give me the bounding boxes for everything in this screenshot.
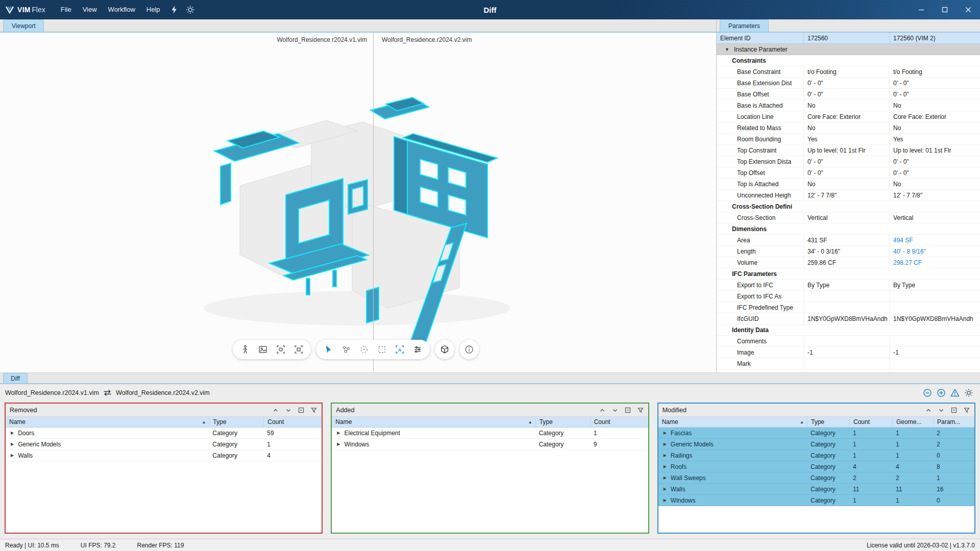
modified-column-header-geome[interactable]: Geome... <box>892 417 933 427</box>
tab-viewport[interactable]: Viewport <box>3 19 44 32</box>
added-collapse-all-icon[interactable] <box>624 407 631 414</box>
select-cursor-icon[interactable] <box>323 344 333 355</box>
parameter-row-ifc-predefined-type[interactable]: IFC Predefined Type <box>717 302 980 313</box>
expand-row-icon[interactable]: ▶ <box>337 428 340 438</box>
tab-diff[interactable]: Diff <box>3 373 28 383</box>
removed-collapse-up-icon[interactable] <box>272 407 279 414</box>
modified-column-header-count[interactable]: Count <box>849 417 892 427</box>
removed-row-generic-models[interactable]: ▶Generic ModelsCategory1 <box>6 439 322 450</box>
expand-row-icon[interactable]: ▶ <box>337 439 340 449</box>
removed-column-header-name[interactable]: Name▲ <box>6 417 209 427</box>
expand-row-icon[interactable]: ▶ <box>664 495 667 506</box>
walk-mode-icon[interactable] <box>240 344 250 355</box>
parameter-row-unconnected-heigh[interactable]: Unconnected Heigh12' - 7 7/8"12' - 7 7/8… <box>717 190 980 201</box>
modified-collapse-up-icon[interactable] <box>925 407 932 414</box>
parameter-row-location-line[interactable]: Location LineCore Face: ExteriorCore Fac… <box>717 111 980 122</box>
parameter-section-dimensions[interactable]: Dimensions <box>717 223 980 235</box>
parameter-row-volume[interactable]: Volume259.86 CF298.27 CF <box>717 257 980 268</box>
added-filter-icon[interactable] <box>637 407 644 414</box>
added-expand-down-icon[interactable] <box>611 407 619 414</box>
info-icon[interactable] <box>464 344 474 355</box>
parameter-row-top-offset[interactable]: Top Offset0' - 0"0' - 0" <box>717 167 980 179</box>
parameter-section-cross-section-defini[interactable]: Cross-Section Defini <box>717 201 980 212</box>
parameter-row-top-constraint[interactable]: Top ConstraintUp to level: 01 1st FlrUp … <box>717 145 980 156</box>
added-row-windows[interactable]: ▶WindowsCategory9 <box>332 439 648 450</box>
diff-settings-gear-icon[interactable] <box>964 388 974 398</box>
parameter-row-comments[interactable]: Comments <box>717 336 980 347</box>
modified-column-header-type[interactable]: Type <box>807 417 849 427</box>
toggle-removed-icon[interactable] <box>922 388 933 398</box>
parameter-row-base-constraint[interactable]: Base Constraintt/o Footingt/o Footing <box>717 66 980 78</box>
menu-help[interactable]: Help <box>141 0 165 19</box>
image-capture-icon[interactable] <box>258 344 268 355</box>
expand-row-icon[interactable]: ▶ <box>664 450 667 461</box>
expand-row-icon[interactable]: ▶ <box>664 439 667 449</box>
modified-row-roofs[interactable]: ▶RoofsCategory448 <box>658 461 974 472</box>
modified-row-fascias[interactable]: ▶FasciasCategory112 <box>658 428 974 439</box>
parameter-row-top-extension-dista[interactable]: Top Extension Dista0' - 0"0' - 0" <box>717 156 980 167</box>
expand-row-icon[interactable]: ▶ <box>11 439 14 449</box>
modified-row-walls[interactable]: ▶WallsCategory111116 <box>658 484 974 495</box>
modified-row-generic-models[interactable]: ▶Generic ModelsCategory112 <box>658 439 974 450</box>
box-select-icon[interactable] <box>377 344 387 355</box>
parameter-row-area[interactable]: Area431 SF494 SF <box>717 235 980 246</box>
viewport-canvas[interactable]: Wolford_Residence.r2024.v1.vim Wolford_R… <box>0 33 716 371</box>
removed-filter-icon[interactable] <box>310 407 317 414</box>
modified-filter-icon[interactable] <box>963 407 970 414</box>
expand-row-icon[interactable]: ▶ <box>664 484 667 494</box>
expand-row-icon[interactable]: ▶ <box>11 450 14 461</box>
frame-select-a-icon[interactable]: A <box>395 344 405 355</box>
minimize-button[interactable] <box>910 0 933 19</box>
added-column-header-type[interactable]: Type <box>535 417 590 427</box>
modified-expand-down-icon[interactable] <box>938 407 945 414</box>
maximize-button[interactable] <box>933 0 957 19</box>
added-collapse-up-icon[interactable] <box>599 407 606 414</box>
removed-column-header-count[interactable]: Count <box>263 417 322 427</box>
parameter-row-base-extension-dist[interactable]: Base Extension Dist0' - 0"0' - 0" <box>717 78 980 89</box>
added-column-header-count[interactable]: Count <box>590 417 648 427</box>
focus-camera-icon[interactable] <box>276 344 286 355</box>
added-column-header-name[interactable]: Name▲ <box>332 417 535 427</box>
expand-row-icon[interactable]: ▶ <box>664 472 667 483</box>
parameter-row-image[interactable]: Image-1-1 <box>717 347 980 358</box>
expand-row-icon[interactable]: ▶ <box>664 461 667 472</box>
parameter-row-room-bounding[interactable]: Room BoundingYesYes <box>717 134 980 145</box>
instance-parameter-group-row[interactable]: ▼ Instance Parameter <box>717 44 980 55</box>
removed-collapse-all-icon[interactable] <box>298 407 305 414</box>
parameter-section-identity-data[interactable]: Identity Data <box>717 324 980 336</box>
toggle-added-icon[interactable] <box>936 388 946 398</box>
parameter-section-constraints[interactable]: Constraints <box>717 55 980 66</box>
parameter-row-export-to-ifc-as[interactable]: Export to IFC As <box>717 291 980 302</box>
parameter-row-length[interactable]: Length34' - 0 3/16"40' - 8 9/16" <box>717 246 980 257</box>
linked-select-icon[interactable] <box>341 344 351 355</box>
parameter-row-export-to-ifc[interactable]: Export to IFCBy TypeBy Type <box>717 280 980 291</box>
modified-column-header-param[interactable]: Param... <box>933 417 974 427</box>
cube-icon[interactable] <box>439 344 450 355</box>
tab-parameters[interactable]: Parameters <box>720 19 769 32</box>
parameter-row-ifcguid[interactable]: IfcGUID1N$Y0GpWXD8BmVHaAndh1N$Y0GpWXD8Bm… <box>717 313 980 324</box>
parameter-row-mark[interactable]: Mark <box>717 358 980 369</box>
parameter-section-ifc-parameters[interactable]: IFC Parameters <box>717 268 980 280</box>
parameter-row-related-to-mass[interactable]: Related to MassNoNo <box>717 122 980 134</box>
menu-view[interactable]: View <box>78 0 102 19</box>
menu-file[interactable]: File <box>56 0 77 19</box>
parameter-row-base-offset[interactable]: Base Offset0' - 0"0' - 0" <box>717 89 980 100</box>
toggle-modified-icon[interactable] <box>950 388 960 398</box>
lightning-icon[interactable] <box>166 0 182 19</box>
parameter-row-base-is-attached[interactable]: Base is AttachedNoNo <box>717 100 980 111</box>
added-row-electrical-equipment[interactable]: ▶Electrical EquipmentCategory1 <box>332 428 648 439</box>
fit-frame-icon[interactable] <box>293 344 304 355</box>
parameter-row-top-is-attached[interactable]: Top is AttachedNoNo <box>717 179 980 190</box>
sphere-select-icon[interactable] <box>359 344 369 355</box>
modified-row-railings[interactable]: ▶RailingsCategory110 <box>658 450 974 461</box>
removed-row-doors[interactable]: ▶DoorsCategory59 <box>6 428 322 439</box>
removed-row-walls[interactable]: ▶WallsCategory4 <box>6 450 322 461</box>
expand-row-icon[interactable]: ▶ <box>11 428 14 438</box>
parameter-row-cross-section[interactable]: Cross-SectionVerticalVertical <box>717 212 980 223</box>
expand-row-icon[interactable]: ▶ <box>664 428 667 438</box>
removed-expand-down-icon[interactable] <box>285 407 292 414</box>
modified-row-windows[interactable]: ▶WindowsCategory110 <box>658 495 974 506</box>
modified-column-header-name[interactable]: Name▲ <box>658 417 807 427</box>
modified-collapse-all-icon[interactable] <box>950 407 958 414</box>
filter-sliders-icon[interactable] <box>412 344 423 355</box>
